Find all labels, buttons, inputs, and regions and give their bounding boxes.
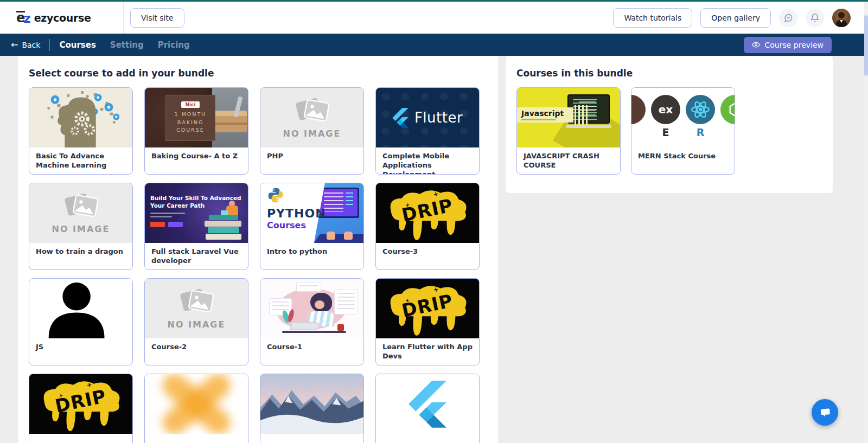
course-card-title: Course-3	[376, 243, 479, 256]
course-card[interactable]: Javascript JAVASCRIPT CRASH COURSE	[516, 87, 621, 175]
tab-courses[interactable]: Courses	[59, 40, 95, 50]
course-card-title: PHP	[260, 147, 363, 161]
course-thumbnail: Build Your Skill To AdvancedYour Career …	[145, 183, 248, 243]
course-card-title: Course-2	[145, 338, 248, 352]
eye-icon	[752, 41, 760, 49]
mountains-photo	[260, 374, 363, 434]
notifications-button[interactable]	[806, 9, 824, 27]
course-card-title: MERN Stack Course	[631, 147, 735, 161]
course-card[interactable]: DRIP + + Learn Flutter with App Devs	[375, 278, 480, 365]
python-banner-text: PYTHON Courses	[260, 183, 317, 243]
course-card[interactable]	[260, 374, 364, 443]
course-card-title: Learn Flutter with App Devs	[376, 338, 479, 361]
course-thumbnail	[29, 88, 132, 147]
course-card[interactable]: ex E R	[631, 87, 735, 175]
scrollbar-thumb[interactable]	[864, 15, 868, 76]
course-thumbnail: Javascript	[517, 88, 620, 147]
course-thumbnail: DRIP + +	[29, 374, 132, 434]
person-silhouette-art	[29, 279, 132, 338]
chat-widget-button[interactable]	[812, 399, 838, 426]
course-picker-panel: Select course to add in your bundle	[18, 56, 498, 443]
drip-graffiti-art: DRIP + +	[29, 374, 132, 434]
mern-stack-logos: ex E R	[631, 88, 735, 138]
no-image-placeholder-icon	[58, 192, 104, 223]
course-card[interactable]: Basic To Advance Machine Learning	[29, 87, 133, 175]
logo-text: ezycourse	[34, 12, 91, 24]
course-card-title: How to train a dragon	[29, 243, 132, 256]
laptop-art	[290, 322, 321, 330]
react-logo-icon	[686, 95, 715, 124]
watch-tutorials-button[interactable]: Watch tutorials	[613, 8, 692, 28]
flutter-logo-icon	[392, 108, 409, 128]
visit-site-button[interactable]: Visit site	[130, 8, 184, 28]
top-accent-bar	[0, 0, 868, 2]
messages-button[interactable]	[779, 9, 797, 27]
course-card-title: Basic To Advance Machine Learning	[29, 147, 132, 170]
cake-art	[214, 111, 247, 132]
node-logo-icon	[720, 95, 735, 124]
course-thumbnail	[260, 374, 363, 434]
course-card[interactable]: JS	[29, 278, 133, 365]
course-thumbnail	[376, 374, 479, 434]
course-card[interactable]: NO IMAGECourse-2	[144, 278, 248, 365]
course-thumbnail: DRIP + +	[376, 183, 479, 243]
flutter-wordmark: Flutter	[414, 110, 463, 126]
course-card[interactable]: NO IMAGEHow to train a dragon	[29, 183, 133, 270]
course-card-title: JAVASCRIPT CRASH COURSE	[517, 147, 620, 170]
python-logo-icon	[267, 187, 284, 204]
course-card-title	[376, 434, 479, 438]
user-avatar[interactable]	[832, 9, 851, 27]
javascript-banner: Javascript	[517, 107, 573, 123]
bundle-courses-grid: Javascript JAVASCRIPT CRASH COURSE ex E	[506, 87, 833, 175]
course-thumbnail: NO IMAGE	[29, 183, 132, 243]
speech-bubble-icon	[818, 406, 832, 420]
course-thumbnail: NO IMAGE	[145, 279, 248, 338]
course-card[interactable]: NO IMAGEPHP	[260, 87, 364, 175]
course-thumbnail: ex E R	[631, 88, 735, 147]
tab-pricing[interactable]: Pricing	[158, 40, 190, 50]
right-panel-title: Courses in this bundle	[506, 56, 833, 87]
app-header: ez ezycourse Visit site Watch tutorials …	[0, 2, 868, 34]
course-card[interactable]: PYTHON Courses Intro to python	[260, 183, 364, 270]
course-card[interactable]	[375, 374, 480, 443]
course-thumbnail	[145, 374, 248, 434]
tab-setting[interactable]: Setting	[110, 40, 144, 50]
books-illustration	[202, 201, 245, 240]
course-card-title: Course-1	[260, 338, 363, 352]
course-thumbnail: PYTHON Courses	[260, 183, 363, 243]
brand-logo[interactable]: ez ezycourse	[0, 2, 124, 34]
course-preview-button[interactable]: Course preview	[744, 37, 832, 53]
no-image-label: NO IMAGE	[52, 224, 110, 234]
chat-bubble-icon	[783, 13, 793, 23]
course-card[interactable]	[144, 374, 248, 443]
course-thumbnail	[260, 279, 363, 338]
no-image-label: NO IMAGE	[168, 319, 226, 330]
no-image-placeholder-icon	[289, 97, 335, 127]
course-card[interactable]: DRIP + + Course-3	[375, 183, 480, 270]
course-thumbnail	[29, 279, 132, 338]
back-button[interactable]: ← Back	[11, 41, 40, 49]
left-panel-title: Select course to add in your bundle	[18, 56, 498, 87]
course-card-title: Intro to python	[260, 243, 363, 256]
page-scrollbar[interactable]	[864, 2, 868, 443]
course-card-title: Full stack Laravel Vue developer	[145, 243, 248, 266]
available-courses-grid: Basic To Advance Machine Learning Nici 1…	[18, 87, 498, 443]
course-thumbnail: DRIP + +	[376, 279, 479, 338]
course-card[interactable]: DRIP + +	[29, 374, 133, 443]
express-logo-icon: ex	[651, 95, 680, 124]
sub-navbar: ← Back CoursesSettingPricing Course prev…	[0, 34, 868, 56]
course-card[interactable]: Build Your Skill To AdvancedYour Career …	[144, 183, 248, 270]
course-thumbnail: Nici 1 MONTH BAKING COURSE	[145, 88, 248, 147]
open-gallery-button[interactable]: Open gallery	[700, 8, 771, 28]
machine-learning-art	[29, 88, 132, 147]
course-card-title: Baking Course- A to Z	[145, 147, 248, 161]
course-card-title: JS	[29, 338, 132, 352]
course-card[interactable]: FlutterComplete Mobile Applications Deve…	[375, 87, 480, 175]
course-card[interactable]: Nici 1 MONTH BAKING COURSE Baking Course…	[144, 87, 248, 175]
drip-graffiti-art: DRIP + +	[376, 183, 479, 243]
course-thumbnail: NO IMAGE	[260, 88, 363, 147]
no-image-label: NO IMAGE	[283, 129, 341, 139]
course-card-title	[145, 434, 248, 438]
course-thumbnail: Flutter	[376, 88, 479, 147]
course-card[interactable]: Course-1	[260, 278, 364, 365]
